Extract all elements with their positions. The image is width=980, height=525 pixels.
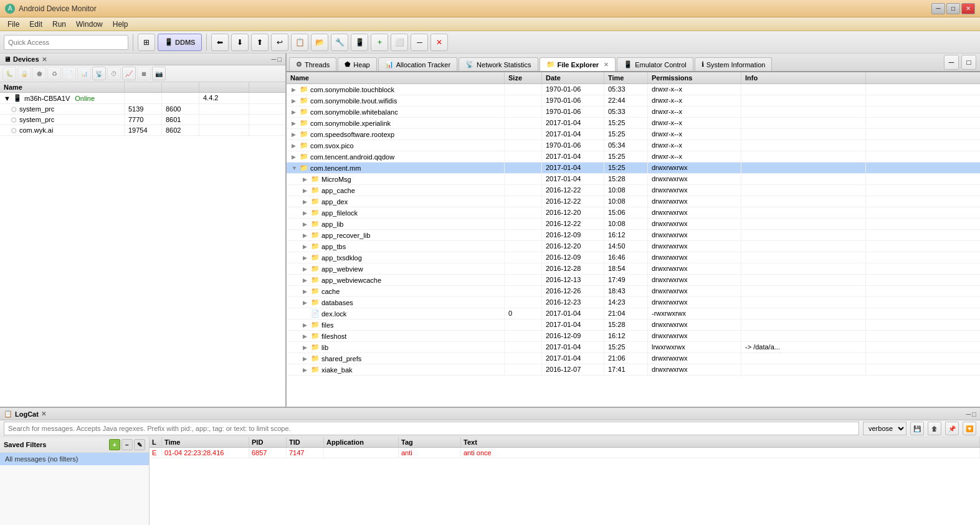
table-row[interactable]: ▶ 📁 files 2017-01-04 15:28 drwxrwxrwx [287, 319, 980, 331]
dev-tb-stop-btn[interactable]: ⏹ [137, 67, 151, 80]
table-row[interactable]: ▶ 📁 com.sonymobile.tvout.wifidis 1970-01… [287, 95, 980, 106]
table-row[interactable]: ▶ 📁 com.sonymobile.xperialink 2017-01-04… [287, 118, 980, 129]
tab-heap[interactable]: ⬟ Heap [338, 57, 376, 71]
toolbar-btn-3[interactable]: ⬆ [251, 34, 269, 51]
expand-icon[interactable]: ▶ [303, 288, 309, 295]
expand-icon[interactable]: ▶ [303, 176, 309, 182]
table-row[interactable]: ▶ 📁 fileshost 2016-12-09 16:12 drwxrwxrw… [287, 331, 980, 342]
table-row[interactable]: ▶ 📁 app_dex 2016-12-22 10:08 drwxrwxrwx [287, 196, 980, 207]
table-row[interactable]: ▶ 📁 app_tbs 2016-12-20 14:50 drwxrwxrwx [287, 241, 980, 252]
table-row[interactable]: ▶ 📁 com.svox.pico 1970-01-06 05:34 drwxr… [287, 140, 980, 151]
expand-icon[interactable]: ▶ [292, 109, 298, 115]
expand-icon[interactable]: ▶ [292, 120, 298, 126]
toolbar-btn-7[interactable]: 🔧 [331, 34, 348, 51]
table-row[interactable]: ▶ 📁 app_cache 2016-12-22 10:08 drwxrwxrw… [287, 185, 980, 196]
table-row[interactable]: ▶ 📁 shared_prefs 2017-01-04 21:06 drwxrw… [287, 353, 980, 364]
expand-icon[interactable]: ▶ [303, 266, 309, 272]
logcat-maximize-btn[interactable]: □ [972, 410, 976, 418]
toolbar-btn-11[interactable]: ─ [411, 34, 428, 51]
dev-tb-systrace-btn[interactable]: 📈 [122, 67, 136, 80]
logcat-minimize-btn[interactable]: ─ [966, 410, 971, 418]
expand-icon[interactable]: ▶ [303, 333, 309, 339]
expand-icon[interactable]: ▶ [292, 154, 298, 160]
expand-icon[interactable]: ▼ [292, 165, 298, 171]
expand-icon[interactable]: ▶ [303, 210, 309, 216]
list-item[interactable]: E 01-04 22:23:28.416 6857 7147 anti anti… [150, 448, 980, 458]
expand-icon[interactable]: ▶ [303, 277, 309, 283]
table-row[interactable]: ▶ 📁 app_webviewcache 2016-12-13 17:49 dr… [287, 275, 980, 286]
expand-icon[interactable]: ▶ [303, 356, 309, 362]
table-row[interactable]: ⬡ com.wyk.ai 19754 8602 [0, 125, 285, 136]
dev-tb-method-btn[interactable]: ⏱ [107, 67, 121, 80]
tab-file-close[interactable]: ✕ [604, 62, 609, 68]
minimize-button[interactable]: ─ [931, 3, 945, 14]
table-row[interactable]: ▼ 📁 com.tencent.mm 2017-01-04 15:25 drwx… [287, 163, 980, 174]
expand-icon[interactable]: ▶ [303, 322, 309, 328]
expand-icon[interactable]: ▶ [303, 255, 309, 261]
dev-tb-alloc-btn[interactable]: 📊 [77, 67, 91, 80]
tabs-maximize-btn[interactable]: □ [961, 55, 976, 70]
toolbar-btn-10[interactable]: ⬜ [391, 34, 408, 51]
menu-help[interactable]: Help [108, 19, 133, 30]
dev-tb-net-btn[interactable]: 📡 [92, 67, 106, 80]
edit-filter-btn[interactable]: ✎ [134, 439, 145, 450]
logcat-log[interactable]: L Time PID TID Application Tag Text E 01… [150, 437, 980, 525]
expand-icon[interactable]: ▶ [292, 143, 298, 149]
toolbar-btn-9[interactable]: + [371, 34, 388, 51]
logcat-clear-btn[interactable]: 🗑 [928, 422, 941, 435]
table-row[interactable]: ⬡ system_prc 7770 8601 [0, 115, 285, 125]
logcat-scroll-btn[interactable]: 📌 [945, 422, 959, 435]
table-row[interactable]: ▼ 📱 m36h-CB5A1V Online 4.4.2 [0, 93, 285, 104]
expand-icon[interactable]: ▶ [303, 300, 309, 306]
toolbar-layout-btn[interactable]: ⊞ [138, 34, 155, 51]
devices-minimize-btn[interactable]: ─ [272, 55, 277, 63]
expand-icon[interactable]: ▶ [303, 244, 309, 250]
table-row[interactable]: ⬡ system_prc 5139 8600 [0, 104, 285, 115]
table-row[interactable]: ▶ 📁 databases 2016-12-23 14:23 drwxrwxrw… [287, 297, 980, 308]
menu-file[interactable]: File [2, 19, 24, 30]
tab-sysinfo[interactable]: ℹ System Information [695, 57, 773, 71]
table-row[interactable]: ▶ 📁 MicroMsg 2017-01-04 15:28 drwxrwxrwx [287, 174, 980, 185]
table-row[interactable]: ▶ 📁 xiake_bak 2016-12-07 17:41 drwxrwxrw… [287, 364, 980, 376]
tab-allocation[interactable]: 📊 Allocation Tracker [378, 57, 457, 71]
table-row[interactable]: ▶ 📁 app_recover_lib 2016-12-09 16:12 drw… [287, 230, 980, 241]
expand-icon[interactable]: ▶ [303, 221, 309, 227]
expand-icon[interactable]: ▶ [303, 367, 309, 373]
toolbar-btn-4[interactable]: ↩ [271, 34, 288, 51]
table-row[interactable]: ▶ 📁 com.speedsoftware.rootexp 2017-01-04… [287, 129, 980, 140]
devices-tree[interactable]: Name ▼ 📱 m36h-CB5A1V Online 4.4.2 [0, 82, 285, 407]
filter-item-all[interactable]: All messages (no filters) [0, 453, 149, 465]
close-button[interactable]: ✕ [961, 3, 975, 14]
logcat-search-input[interactable] [4, 422, 859, 435]
add-filter-btn[interactable]: + [109, 439, 120, 450]
tab-network[interactable]: 📡 Network Statistics [459, 57, 538, 71]
devices-maximize-btn[interactable]: □ [277, 55, 282, 63]
expand-icon[interactable]: ▶ [292, 131, 298, 138]
toolbar-btn-12[interactable]: ✕ [431, 34, 448, 51]
logcat-save-btn[interactable]: 💾 [910, 422, 924, 435]
toolbar-btn-6[interactable]: 📂 [311, 34, 328, 51]
table-row[interactable]: ▶ 📁 com.tencent.android.qqdow 2017-01-04… [287, 151, 980, 163]
logcat-filter-btn[interactable]: 🔽 [963, 422, 976, 435]
dev-tb-lock-btn[interactable]: 🔒 [17, 67, 31, 80]
dev-tb-gc-btn[interactable]: ♻ [47, 67, 61, 80]
menu-window[interactable]: Window [71, 19, 108, 30]
tab-emulator[interactable]: 📱 Emulator Control [617, 57, 693, 71]
table-row[interactable]: ▶ 📁 lib 2017-01-04 15:25 lrwxrwxrwx -> /… [287, 342, 980, 353]
table-row[interactable]: ▶ 📁 com.sonymobile.whitebalanc 1970-01-0… [287, 106, 980, 118]
toolbar-btn-2[interactable]: ⬇ [231, 34, 249, 51]
dev-tb-debug-btn[interactable]: 🐛 [2, 67, 16, 80]
ddms-button[interactable]: 📱 DDMS [158, 34, 202, 51]
file-explorer[interactable]: Name Size Date Time Permissions Info ▶ 📁… [287, 72, 980, 407]
dev-tb-heap-btn[interactable]: ⬟ [32, 67, 46, 80]
dev-tb-screen-btn[interactable]: 📷 [152, 67, 166, 80]
expand-icon[interactable]: ▶ [303, 199, 309, 205]
expand-icon[interactable]: ▶ [303, 187, 309, 194]
remove-filter-btn[interactable]: − [121, 439, 133, 450]
table-row[interactable]: 📄 dex.lock 0 2017-01-04 21:04 -rwxrwxrwx [287, 308, 980, 319]
menu-edit[interactable]: Edit [24, 19, 47, 30]
table-row[interactable]: ▶ 📁 com.sonymobile.touchblock 1970-01-06… [287, 84, 980, 95]
expand-icon[interactable]: ▶ [292, 98, 298, 104]
quick-access-input[interactable] [4, 35, 128, 50]
table-row[interactable]: ▶ 📁 app_lib 2016-12-22 10:08 drwxrwxrwx [287, 219, 980, 230]
